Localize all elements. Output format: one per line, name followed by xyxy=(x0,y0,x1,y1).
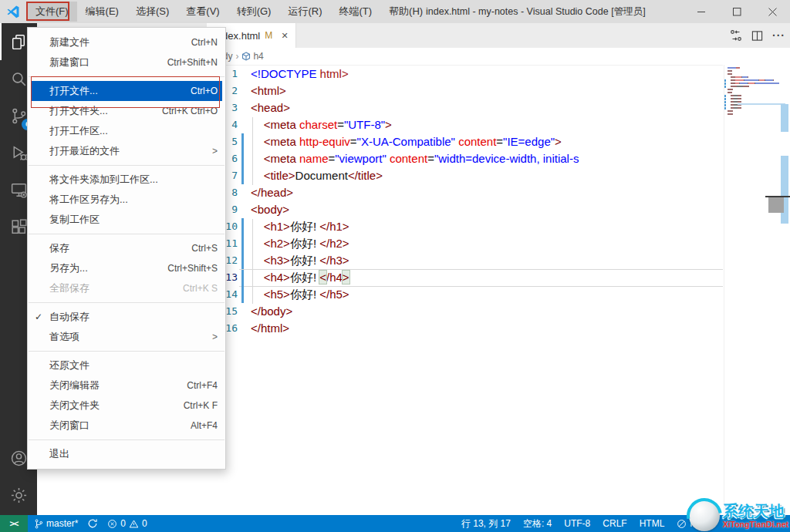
branch-indicator[interactable]: master* xyxy=(34,518,78,529)
menu-item[interactable]: 关闭窗口Alt+F4 xyxy=(28,416,225,436)
indentation[interactable]: 空格: 4 xyxy=(523,517,552,530)
tab-close-icon[interactable]: ✕ xyxy=(279,31,291,41)
split-editor-icon[interactable] xyxy=(751,30,763,42)
menu-item[interactable]: 退出 xyxy=(28,444,225,464)
menu-item[interactable]: 打开文件...Ctrl+O xyxy=(31,81,222,101)
language-mode[interactable]: HTML xyxy=(640,518,665,529)
minimap-token xyxy=(728,73,732,76)
menu-item: 全部保存Ctrl+K S xyxy=(28,278,225,298)
menubar-item[interactable]: 选择(S) xyxy=(127,2,177,22)
minimap-token xyxy=(728,110,733,113)
eol-sequence[interactable]: CRLF xyxy=(603,518,626,529)
minimize-button[interactable] xyxy=(684,0,719,23)
minimap-gutter-mark xyxy=(724,104,726,106)
circle-slash-icon xyxy=(677,519,687,529)
menu-item-label: 全部保存 xyxy=(49,281,183,295)
minimap-gutter-mark xyxy=(724,92,726,94)
watermark-logo xyxy=(689,500,720,531)
encoding[interactable]: UTF-8 xyxy=(564,518,590,529)
code-text: <title>Document</title> xyxy=(244,167,383,184)
menu-item[interactable]: 打开文件夹...Ctrl+K Ctrl+O xyxy=(28,101,225,121)
minimap-current-line xyxy=(738,103,785,105)
minimap-token xyxy=(748,82,754,85)
minimap-line xyxy=(724,113,779,116)
menu-item[interactable]: 复制工作区 xyxy=(28,210,225,230)
minimap-token xyxy=(742,76,748,79)
settings-gear-icon[interactable] xyxy=(0,476,37,513)
breadcrumb-item[interactable]: h4 xyxy=(241,51,263,62)
minimap-token xyxy=(728,92,732,94)
indent-guide xyxy=(252,219,253,304)
menu-item[interactable]: 首选项> xyxy=(28,327,225,347)
submenu-arrow-icon: > xyxy=(212,146,218,157)
menu-item[interactable]: 另存为...Ctrl+Shift+S xyxy=(28,258,225,278)
menubar-item[interactable]: 查看(V) xyxy=(177,2,228,22)
menu-item[interactable]: 打开最近的文件> xyxy=(28,141,225,161)
menu-item[interactable]: 将文件夹添加到工作区... xyxy=(28,170,225,190)
menu-item-label: 另存为... xyxy=(49,261,167,275)
menu-item-label: 还原文件 xyxy=(49,359,218,372)
minimap-token xyxy=(738,107,741,109)
more-actions-icon[interactable]: ··· xyxy=(772,29,785,42)
minimap-token xyxy=(744,79,758,82)
code-text: </body> xyxy=(244,303,292,320)
titlebar: 文件(F)编辑(E)选择(S)查看(V)转到(G)运行(R)终端(T)帮助(H)… xyxy=(0,0,790,23)
menu-item-shortcut: Ctrl+F4 xyxy=(187,380,218,391)
minimap-token xyxy=(728,67,736,69)
remote-indicator[interactable]: >< xyxy=(0,515,28,532)
menu-item-label: 打开工作区... xyxy=(49,124,218,138)
code-text: <meta name="viewport" content="width=dev… xyxy=(244,150,579,167)
menu-item[interactable]: 新建窗口Ctrl+Shift+N xyxy=(28,52,225,72)
menubar-item[interactable]: 文件(F) xyxy=(27,2,77,22)
minimap-gutter-mark xyxy=(724,98,726,100)
close-button[interactable] xyxy=(755,0,790,23)
menu-item-label: 关闭编辑器 xyxy=(49,379,187,392)
problems-indicator[interactable]: 0 0 xyxy=(107,518,147,529)
compare-changes-icon[interactable] xyxy=(730,29,742,42)
menubar-item[interactable]: 帮助(H) xyxy=(380,2,431,22)
code-text: <meta charset="UTF-8"> xyxy=(244,116,392,133)
menubar-item[interactable]: 转到(G) xyxy=(228,2,280,22)
menu-item-label: 自动保存 xyxy=(49,310,218,324)
menu-item[interactable]: 关闭文件夹Ctrl+K F xyxy=(28,396,225,416)
menubar-item[interactable]: 编辑(E) xyxy=(77,2,127,22)
menu-item-label: 打开最近的文件 xyxy=(49,144,218,158)
menu-item[interactable]: 新建文件Ctrl+N xyxy=(28,32,225,52)
minimap-token xyxy=(735,79,744,82)
minimap-token xyxy=(759,79,765,82)
minimap-token xyxy=(755,82,780,85)
menubar-item[interactable]: 运行(R) xyxy=(279,2,330,22)
maximize-button[interactable] xyxy=(719,0,755,23)
menu-item-label: 保存 xyxy=(49,241,191,255)
checkmark-icon: ✓ xyxy=(35,311,42,322)
menu-item-shortcut: Ctrl+N xyxy=(191,37,218,48)
status-bar-left: master* 0 0 xyxy=(34,518,147,529)
menu-separator xyxy=(29,351,225,352)
minimap-gutter-mark xyxy=(724,76,726,79)
menubar-item[interactable]: 终端(T) xyxy=(330,2,380,22)
scrollbar-slider[interactable] xyxy=(768,197,784,213)
cursor-position[interactable]: 行 13, 列 17 xyxy=(461,517,511,530)
menu-separator xyxy=(29,165,225,166)
git-branch-icon xyxy=(34,519,43,529)
menu-item-shortcut: Ctrl+K Ctrl+O xyxy=(162,106,218,116)
menu-item[interactable]: 打开工作区... xyxy=(28,121,225,141)
menu-item[interactable]: 还原文件 xyxy=(28,355,225,375)
menu-item[interactable]: 保存Ctrl+S xyxy=(28,238,225,258)
menu-item[interactable]: ✓自动保存 xyxy=(28,307,225,327)
minimap-gutter-mark xyxy=(724,95,726,97)
menu-item[interactable]: 将工作区另存为... xyxy=(28,190,225,210)
minimap-gutter-mark xyxy=(724,73,726,76)
minimap-gutter-mark xyxy=(724,101,726,103)
sync-button[interactable] xyxy=(87,518,98,529)
minimap-token xyxy=(773,79,774,82)
menu-item-label: 关闭文件夹 xyxy=(49,399,184,412)
code-text: <meta http-equiv="X-UA-Compatible" conte… xyxy=(244,133,562,150)
minimap[interactable] xyxy=(724,65,779,515)
menu-item[interactable]: 关闭编辑器Ctrl+F4 xyxy=(28,375,225,396)
menu-item-shortcut: Ctrl+K F xyxy=(184,400,218,411)
menubar: 文件(F)编辑(E)选择(S)查看(V)转到(G)运行(R)终端(T)帮助(H) xyxy=(27,0,431,23)
minimap-token xyxy=(740,82,748,85)
statusbar-right: 行 13, 列 17空格: 4UTF-8CRLFHTMLPo xyxy=(461,517,701,530)
vscode-logo-icon xyxy=(6,5,20,19)
